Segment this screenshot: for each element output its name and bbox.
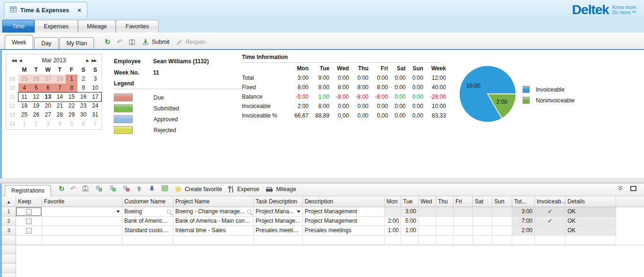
save-button[interactable] <box>129 39 136 46</box>
keep-checkbox[interactable] <box>26 218 32 224</box>
day-cell-wed[interactable] <box>419 226 436 235</box>
favorite-cell[interactable] <box>42 217 122 226</box>
column-header-project[interactable]: Project Name <box>173 196 254 207</box>
calendar-day[interactable]: 2 <box>30 119 42 128</box>
undo-grid-button[interactable]: ↶ <box>70 185 77 193</box>
empty-cell[interactable] <box>122 235 173 245</box>
reopen-button[interactable]: Reopen <box>176 38 206 46</box>
empty-cell[interactable] <box>512 235 535 245</box>
calendar-day[interactable]: 19 <box>30 101 42 110</box>
calendar-day[interactable]: 20 <box>42 101 54 110</box>
calendar-day[interactable]: 1 <box>18 119 30 128</box>
calendar-day[interactable]: 25 <box>18 75 30 84</box>
move-down-button[interactable] <box>148 185 155 193</box>
row-header[interactable]: 1 <box>2 207 16 217</box>
empty-cell[interactable] <box>535 235 566 245</box>
column-header-mon[interactable]: Mon <box>385 196 401 207</box>
calendar-day[interactable]: 5 <box>66 119 77 128</box>
create-favorite-button[interactable]: Create favorite <box>174 185 222 193</box>
day-cell-wed[interactable] <box>419 217 436 226</box>
calendar-day[interactable]: 22 <box>66 101 77 110</box>
view-tab-week[interactable]: Week <box>5 35 33 49</box>
calendar-day[interactable]: 21 <box>54 101 66 110</box>
calendar-day[interactable]: 2 <box>77 75 89 84</box>
keep-cell[interactable] <box>16 207 42 217</box>
customer-cell[interactable]: Standard custom... <box>122 226 173 235</box>
project-cell[interactable]: Bank of America - Main contr... <box>173 217 254 226</box>
keep-checkbox[interactable] <box>26 209 32 215</box>
calendar-day[interactable]: 1 <box>66 75 77 84</box>
day-cell-tue[interactable]: 1:00 <box>401 226 419 235</box>
day-cell-sun[interactable] <box>492 226 512 235</box>
search-icon[interactable] <box>167 210 171 214</box>
day-cell-sun[interactable] <box>492 217 512 226</box>
calendar-day[interactable]: 31 <box>89 110 101 119</box>
tab-registrations[interactable]: Registrations <box>5 185 51 196</box>
move-up-button[interactable] <box>136 185 143 193</box>
day-cell-sat[interactable] <box>473 217 492 226</box>
project-cell[interactable]: Internal time - Sales <box>173 226 254 235</box>
keep-cell[interactable] <box>16 226 42 235</box>
calendar-day[interactable]: 8 <box>66 84 77 92</box>
keep-checkbox[interactable] <box>26 228 32 234</box>
day-cell-mon[interactable]: 2:00 <box>385 217 401 226</box>
day-cell-mon[interactable]: 1:00 <box>385 226 401 235</box>
description-cell[interactable]: Project Management <box>303 217 385 226</box>
description-cell[interactable]: Project Management <box>303 207 385 217</box>
calendar-day[interactable]: 6 <box>42 84 54 92</box>
column-header-customer[interactable]: Customer Name <box>122 196 173 207</box>
prev-year-button[interactable]: ◀◀ <box>10 59 17 63</box>
column-header-total[interactable]: Tot... <box>512 196 535 207</box>
close-icon[interactable]: × <box>77 7 81 14</box>
calendar-day[interactable]: 7 <box>89 119 101 128</box>
add-line-button[interactable] <box>94 185 103 193</box>
day-cell-tue[interactable]: 3:00 <box>401 207 419 217</box>
row-header[interactable] <box>2 235 16 245</box>
calendar-day[interactable]: 12 <box>30 92 42 101</box>
pane-splitter[interactable] <box>0 178 644 184</box>
calendar-day[interactable]: 15 <box>66 92 77 101</box>
next-year-button[interactable]: ▶▶ <box>90 59 98 63</box>
delete-line-button[interactable] <box>122 185 130 193</box>
tab-time[interactable]: Time <box>2 20 34 33</box>
customer-cell[interactable]: Bank of America ... <box>122 217 173 226</box>
column-header-rowhdr[interactable]: ▲ <box>2 196 16 207</box>
day-cell-wed[interactable] <box>419 207 436 217</box>
task-cell[interactable]: Presales meetings <box>254 226 303 235</box>
calendar-day[interactable]: 23 <box>77 101 89 110</box>
day-cell-thu[interactable] <box>436 226 454 235</box>
calendar-day[interactable]: 17 <box>89 92 101 101</box>
calendar-day[interactable]: 25 <box>18 110 30 119</box>
calendar-day[interactable]: 18 <box>18 101 30 110</box>
tab-mileage[interactable]: Mileage <box>78 20 116 33</box>
view-tab-day[interactable]: Day <box>34 37 58 49</box>
empty-cell[interactable] <box>42 235 122 245</box>
day-cell-fri[interactable] <box>454 207 473 217</box>
empty-cell[interactable] <box>473 235 492 245</box>
calendar-day[interactable]: 28 <box>54 75 66 84</box>
empty-cell[interactable] <box>401 235 419 245</box>
column-header-task[interactable]: Task Description <box>254 196 303 207</box>
day-cell-fri[interactable] <box>454 226 473 235</box>
column-header-details[interactable]: Details <box>566 196 616 207</box>
empty-cell[interactable] <box>385 235 401 245</box>
day-cell-sun[interactable] <box>492 207 512 217</box>
refresh-grid-button[interactable]: ↻ <box>59 185 65 193</box>
calendar-day[interactable]: 10 <box>89 84 101 92</box>
calendar-day[interactable]: 13 <box>42 92 54 101</box>
empty-cell[interactable] <box>254 235 303 245</box>
day-cell-sat[interactable] <box>473 226 492 235</box>
column-header-desc[interactable]: Description <box>303 196 385 207</box>
document-tab[interactable]: Time & Expenses × <box>4 2 87 18</box>
next-month-button[interactable]: ▶ <box>85 59 90 63</box>
day-cell-thu[interactable] <box>436 207 454 217</box>
customer-cell[interactable]: Boeing <box>122 207 173 217</box>
day-cell-mon[interactable] <box>385 207 401 217</box>
calendar-day[interactable]: 3 <box>42 119 54 128</box>
empty-cell[interactable] <box>16 235 42 245</box>
prev-month-button[interactable]: ◀ <box>17 59 23 63</box>
day-cell-fri[interactable] <box>454 217 473 226</box>
mileage-button[interactable]: Mileage <box>265 185 296 193</box>
keep-cell[interactable] <box>16 217 42 226</box>
empty-cell[interactable] <box>454 235 473 245</box>
